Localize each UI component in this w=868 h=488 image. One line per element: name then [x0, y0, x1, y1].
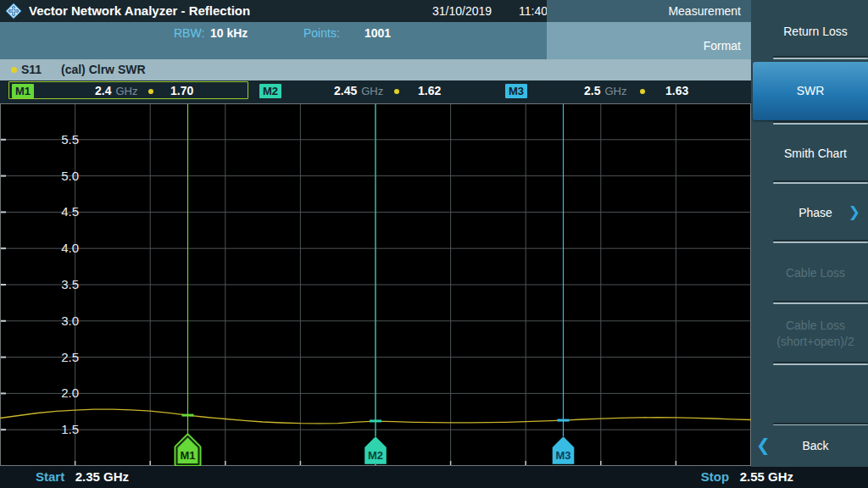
swr-chart[interactable]: 1.52.02.53.03.54.04.55.05.5M1M2M3 [0, 103, 751, 466]
start-value: 2.35 GHz [75, 469, 129, 484]
softkey-separator [773, 123, 868, 125]
y-tick-label: 3.0 [61, 313, 79, 328]
softkey-separator [773, 302, 868, 304]
softkey-return-loss[interactable]: Return Loss [763, 7, 868, 56]
menu-subheader-format: Format [547, 22, 751, 59]
marker-symbol-label-m1: M1 [180, 449, 195, 462]
rs-logo-icon [5, 3, 22, 19]
trace-name: S11 [21, 63, 42, 76]
y-tick-label: 5.5 [61, 132, 79, 147]
frequency-footer: Start 2.35 GHz Stop 2.55 GHz [0, 466, 868, 488]
softkey-label-line2: (short+open)/2 [776, 334, 854, 350]
y-tick-label: 3.5 [61, 277, 79, 291]
title-bar: Vector Network Analyzer - Reflection 31/… [0, 0, 751, 22]
softkey-separator [773, 58, 868, 59]
softkey-label: SWR [797, 83, 825, 99]
softkey-menu: Return LossSWRSmith ChartPhase❯Cable Los… [751, 0, 868, 467]
swr-plot[interactable]: 1.52.02.53.03.54.04.55.05.5M1M2M3 [0, 103, 751, 466]
rbw-value: 10 kHz [210, 26, 248, 40]
softkey-swr[interactable]: SWR [753, 62, 868, 120]
softkey-separator [773, 241, 868, 243]
back-chevron-icon: ❮ [756, 437, 771, 453]
marker-value-m3: 1.63 [665, 84, 688, 97]
menu-header-measurement: Measurement [547, 0, 751, 22]
softkey-label: Cable Loss [786, 318, 845, 334]
marker-dot-icon-m1 [148, 89, 153, 94]
softkey-label: Back [802, 438, 828, 454]
start-frequency-field[interactable]: Start 2.35 GHz [36, 469, 129, 485]
marker-dot-icon-m3 [640, 89, 645, 94]
start-label: Start [36, 469, 64, 484]
marker-value-m1: 1.70 [170, 84, 193, 97]
marker-frequency-m3: 2.5GHz [584, 84, 626, 97]
softkey-label: Cable Loss [786, 265, 845, 281]
y-tick-label: 2.5 [61, 350, 79, 364]
marker-frequency-m2: 2.45GHz [334, 84, 383, 97]
softkey-cable-loss-short-open-2: Cable Loss(short+open)/2 [763, 307, 868, 361]
softkey-label: Smith Chart [784, 146, 847, 162]
y-tick-label: 4.0 [61, 241, 79, 255]
submenu-arrow-icon: ❯ [849, 204, 860, 220]
date-label: 31/10/2019 [432, 4, 492, 18]
app-title: Vector Network Analyzer - Reflection [29, 3, 250, 18]
marker-badge-m1[interactable]: M1 [12, 84, 34, 98]
y-tick-label: 5.0 [61, 169, 79, 183]
y-tick-label: 1.5 [61, 422, 79, 436]
stop-label: Stop [701, 469, 729, 484]
settings-bar: RBW: 10 kHz Points: 1001 Format [0, 22, 751, 59]
marker-badge-m3[interactable]: M3 [505, 84, 527, 98]
time-label: 11:40 [519, 4, 548, 18]
stop-value: 2.55 GHz [740, 469, 793, 484]
marker-unit-m2: GHz [361, 85, 383, 97]
trace-info-bar[interactable]: S11 (cal) Clrw SWR [0, 59, 751, 80]
softkey-empty [763, 368, 868, 422]
points-label: Points: [303, 26, 340, 40]
marker-unit-m3: GHz [604, 85, 626, 97]
y-tick-label: 4.5 [61, 204, 79, 219]
marker-symbol-label-m3: M3 [555, 449, 570, 462]
y-tick-label: 2.0 [61, 385, 79, 400]
marker-dot-icon-m2 [394, 89, 399, 94]
trace-color-dot-icon [11, 67, 17, 73]
marker-badge-m2[interactable]: M2 [259, 84, 281, 98]
points-value: 1001 [364, 26, 391, 40]
softkey-phase[interactable]: Phase❯ [763, 186, 868, 239]
softkey-separator [773, 182, 868, 184]
softkey-cable-loss: Cable Loss [763, 246, 868, 300]
softkey-smith-chart[interactable]: Smith Chart [763, 127, 868, 180]
softkey-back[interactable]: Back❮ [763, 425, 868, 466]
rbw-label: RBW: [174, 26, 204, 40]
trace-format: (cal) Clrw SWR [61, 63, 146, 76]
softkey-label: Phase [798, 205, 832, 221]
marker-bar: M12.4GHz1.70M22.45GHz1.62M32.5GHz1.63 [0, 80, 751, 103]
vna-screen: Vector Network Analyzer - Reflection 31/… [0, 0, 868, 488]
marker-symbol-label-m2: M2 [368, 449, 383, 462]
marker-frequency-m1: 2.4GHz [95, 84, 137, 97]
softkey-separator [773, 363, 868, 365]
softkey-label: Return Loss [783, 24, 847, 40]
marker-unit-m1: GHz [115, 85, 137, 97]
stop-frequency-field[interactable]: Stop 2.55 GHz [701, 469, 793, 485]
marker-value-m2: 1.62 [418, 84, 441, 97]
